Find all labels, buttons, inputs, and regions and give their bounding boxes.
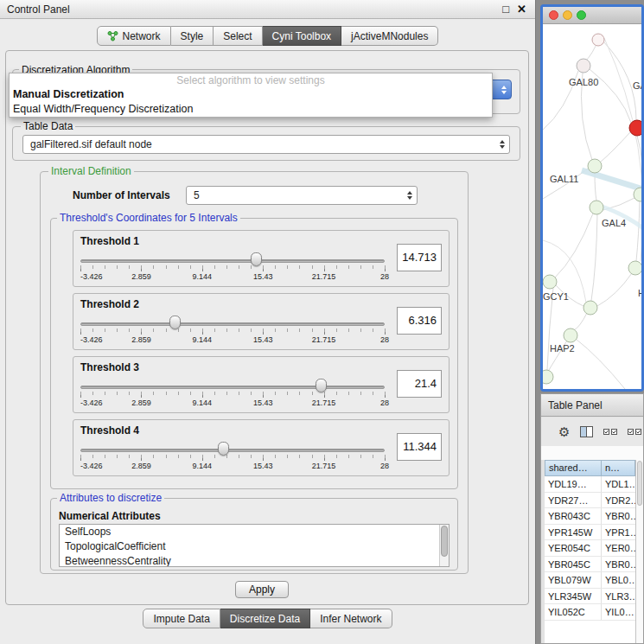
tab-select[interactable]: Select xyxy=(214,26,262,46)
network-node[interactable] xyxy=(629,120,641,136)
tab-label: Style xyxy=(181,30,204,42)
threshold-1-panel: Threshold 1 -3.4262.8599.14415.4321.7152… xyxy=(73,230,450,287)
number-of-intervals-combobox[interactable]: 5 xyxy=(186,186,418,205)
table-cell[interactable]: YER054C xyxy=(545,540,602,556)
network-edge[interactable] xyxy=(555,214,593,277)
network-edge[interactable] xyxy=(591,214,597,301)
network-node[interactable] xyxy=(543,370,553,384)
network-node[interactable] xyxy=(592,34,604,46)
network-edge[interactable] xyxy=(603,41,636,120)
show-columns-icon[interactable] xyxy=(580,426,593,437)
table-cell[interactable]: YBL079W xyxy=(545,572,602,588)
tab-network[interactable]: Network xyxy=(97,26,171,46)
network-edge[interactable] xyxy=(597,273,632,306)
zoom-traffic-light-icon[interactable] xyxy=(577,10,586,20)
table-cell[interactable]: YBR043C xyxy=(545,508,602,524)
network-node[interactable] xyxy=(583,301,597,315)
slider-thumb[interactable] xyxy=(218,442,229,456)
table-row[interactable]: YBL079WYBL0… xyxy=(545,572,635,589)
table-cell[interactable]: YDL19… xyxy=(545,476,602,492)
slider-tick-labels: -3.4262.8599.14415.4321.71528 xyxy=(80,462,386,471)
table-row[interactable]: YIL052CYIL0… xyxy=(545,604,635,621)
table-row[interactable]: YDL19…YDL1… xyxy=(545,476,635,493)
attribute-list-item[interactable]: SelfLoops xyxy=(60,525,449,539)
network-node[interactable] xyxy=(543,275,557,289)
tab-infer-network[interactable]: Infer Network xyxy=(310,609,392,628)
close-traffic-light-icon[interactable] xyxy=(549,10,558,20)
table-row[interactable]: YDR27…YDR2… xyxy=(545,493,635,509)
table-cell[interactable]: YDR27… xyxy=(545,493,602,508)
dropdown-option-manual-discretization[interactable]: Manual Discretization xyxy=(10,87,492,102)
float-window-icon[interactable]: □ xyxy=(502,3,509,16)
table-cell[interactable]: YBR0… xyxy=(602,508,635,524)
table-row[interactable]: YER054CYER0… xyxy=(545,540,635,557)
tab-cyni-toolbox[interactable]: Cyni Toolbox xyxy=(263,26,341,46)
table-row[interactable]: YBR045CYBR0… xyxy=(545,557,635,573)
tab-impute-data[interactable]: Impute Data xyxy=(143,609,220,628)
gear-icon[interactable]: ⚙ xyxy=(558,425,570,438)
slider-thumb[interactable] xyxy=(169,316,181,329)
slider-track[interactable] xyxy=(80,449,385,452)
attribute-list-item[interactable]: TopologicalCoefficient xyxy=(60,539,449,554)
scrollbar-thumb[interactable] xyxy=(441,526,448,557)
network-node-label: GAL4 xyxy=(602,218,626,228)
table-cell[interactable]: YLR345W xyxy=(545,589,602,604)
attributes-scrollbar[interactable] xyxy=(439,525,449,566)
table-cell[interactable]: YIL052C xyxy=(545,604,602,620)
table-cell[interactable]: YLR3… xyxy=(602,589,635,604)
table-cell[interactable]: YBR045C xyxy=(545,557,602,572)
network-view-window: GAL80GAGAL11GAL4GCY1HAP2H xyxy=(540,4,644,392)
network-edge[interactable] xyxy=(582,170,641,189)
slider-track[interactable] xyxy=(80,322,385,326)
network-edge[interactable] xyxy=(574,313,587,330)
network-node[interactable] xyxy=(577,59,590,73)
dropdown-option-equal-width-frequency[interactable]: Equal Width/Frequency Discretization xyxy=(10,102,492,117)
threshold-value-field[interactable]: 11.344 xyxy=(397,433,442,461)
minimize-traffic-light-icon[interactable] xyxy=(563,10,572,20)
apply-button[interactable]: Apply xyxy=(235,581,289,598)
threshold-value-field[interactable]: 21.4 xyxy=(397,370,442,398)
attribute-list-item[interactable]: BetweennessCentrality xyxy=(60,554,449,567)
table-cell[interactable]: YDL1… xyxy=(602,476,635,492)
table-cell[interactable]: YBR0… xyxy=(602,557,635,572)
select-attributes-icon[interactable] xyxy=(603,426,617,437)
tab-label: Discretize Data xyxy=(230,613,300,625)
table-cell[interactable]: YBL0… xyxy=(602,572,635,588)
slider-thumb[interactable] xyxy=(251,252,262,266)
network-canvas-svg[interactable]: GAL80GAGAL11GAL4GCY1HAP2H xyxy=(543,24,641,392)
table-cell[interactable]: YER0… xyxy=(602,540,635,556)
table-cell[interactable]: YPR145W xyxy=(545,525,602,540)
tab-jactivemnodules[interactable]: jActiveMNodules xyxy=(341,26,438,46)
table-data-combobox[interactable]: galFiltered.sif default node xyxy=(22,135,510,154)
network-canvas[interactable]: GAL80GAGAL11GAL4GCY1HAP2H xyxy=(543,24,641,389)
table-cell[interactable]: YPR1… xyxy=(602,525,635,540)
node-attribute-table: shared… n… YDL19…YDL1…YDR27…YDR2…YBR043C… xyxy=(545,460,635,643)
numerical-attributes-list[interactable]: SelfLoopsTopologicalCoefficientBetweenne… xyxy=(59,524,450,567)
network-edge[interactable] xyxy=(576,339,625,389)
network-edge[interactable] xyxy=(601,132,630,162)
slider-track[interactable] xyxy=(80,259,385,263)
table-row[interactable]: YBR043CYBR0… xyxy=(545,508,635,525)
tab-discretize-data[interactable]: Discretize Data xyxy=(220,609,310,628)
table-cell[interactable]: YDR2… xyxy=(602,493,635,508)
slider-track[interactable] xyxy=(80,386,385,389)
table-scrollbar[interactable] xyxy=(635,460,643,643)
threshold-value-field[interactable]: 6.316 xyxy=(397,307,442,335)
table-row[interactable]: YLR345WYLR3… xyxy=(545,589,635,605)
threshold-value-field[interactable]: 14.713 xyxy=(397,244,442,271)
column-header-shared-name[interactable]: shared… xyxy=(545,460,602,476)
close-icon[interactable]: ✕ xyxy=(517,3,526,16)
table-row[interactable]: YPR145WYPR1… xyxy=(545,525,635,541)
slider-thumb[interactable] xyxy=(316,379,327,392)
network-node-label: GAL80 xyxy=(569,77,598,87)
network-node[interactable] xyxy=(564,328,577,342)
scrollbar-thumb[interactable] xyxy=(637,461,642,506)
column-header-name[interactable]: n… xyxy=(602,460,635,476)
network-edge[interactable] xyxy=(636,201,640,261)
select-rows-icon[interactable] xyxy=(628,426,641,437)
tab-style[interactable]: Style xyxy=(171,26,214,46)
network-node[interactable] xyxy=(628,261,641,275)
table-cell[interactable]: YIL0… xyxy=(602,604,635,620)
network-node[interactable] xyxy=(590,201,603,214)
network-node[interactable] xyxy=(588,159,602,173)
